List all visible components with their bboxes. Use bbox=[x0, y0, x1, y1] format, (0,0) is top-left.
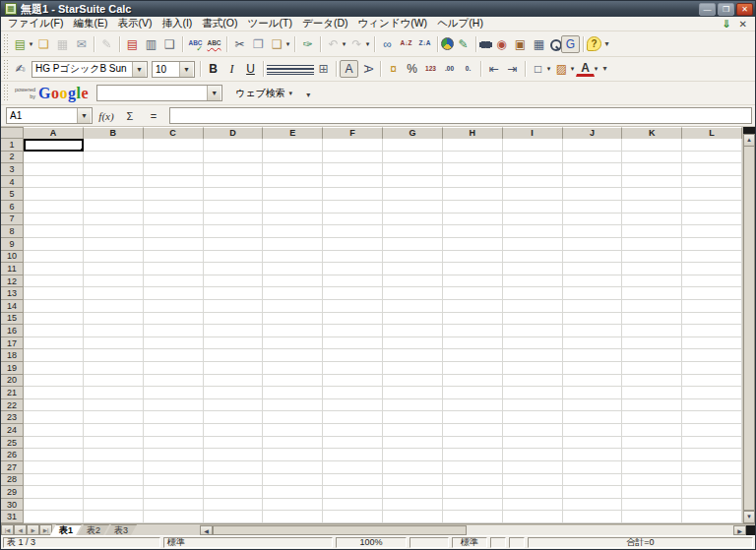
cell-G16[interactable] bbox=[383, 325, 443, 337]
cell-A27[interactable] bbox=[24, 461, 84, 474]
row-header-10[interactable]: 10 bbox=[1, 251, 24, 264]
row-header-29[interactable]: 29 bbox=[1, 486, 24, 499]
cell-L7[interactable] bbox=[682, 214, 742, 226]
row-header-21[interactable]: 21 bbox=[1, 387, 24, 399]
cell-D15[interactable] bbox=[204, 313, 264, 326]
cell-F7[interactable] bbox=[323, 214, 383, 226]
cell-A20[interactable] bbox=[24, 375, 84, 388]
cell-L12[interactable] bbox=[682, 275, 742, 288]
cell-F9[interactable] bbox=[323, 238, 383, 251]
cell-H24[interactable] bbox=[443, 424, 503, 437]
font-size-select-input[interactable] bbox=[153, 62, 179, 77]
cell-C22[interactable] bbox=[144, 399, 204, 412]
sheet-tab-sheet3[interactable]: 表3 bbox=[105, 524, 137, 535]
cell-F23[interactable] bbox=[323, 411, 383, 424]
cell-E27[interactable] bbox=[263, 461, 323, 474]
cell-B11[interactable] bbox=[84, 263, 144, 275]
online-update-icon[interactable]: ⇓ bbox=[722, 18, 730, 31]
cell-A17[interactable] bbox=[24, 337, 84, 350]
cell-J11[interactable] bbox=[563, 263, 623, 275]
cell-F21[interactable] bbox=[323, 387, 383, 399]
cell-K21[interactable] bbox=[622, 387, 682, 399]
cell-K4[interactable] bbox=[622, 176, 682, 189]
cell-H6[interactable] bbox=[443, 201, 503, 214]
row-header-23[interactable]: 23 bbox=[1, 411, 24, 424]
cell-E8[interactable] bbox=[263, 225, 323, 238]
cell-I29[interactable] bbox=[503, 486, 563, 499]
help-icon[interactable]: ? bbox=[587, 36, 601, 51]
cell-D4[interactable] bbox=[204, 176, 264, 189]
page-preview-icon[interactable]: ❑ bbox=[160, 35, 179, 53]
cell-E29[interactable] bbox=[263, 486, 323, 499]
cell-G21[interactable] bbox=[383, 387, 443, 399]
cell-A24[interactable] bbox=[24, 424, 84, 437]
cell-H20[interactable] bbox=[443, 375, 503, 388]
cell-J29[interactable] bbox=[563, 486, 623, 499]
cell-B3[interactable] bbox=[84, 163, 144, 176]
cell-C24[interactable] bbox=[144, 424, 204, 437]
cell-K17[interactable] bbox=[622, 337, 682, 350]
horizontal-scroll-track[interactable] bbox=[467, 525, 733, 535]
cell-I12[interactable] bbox=[503, 275, 563, 288]
cell-G7[interactable] bbox=[383, 214, 443, 226]
cell-L18[interactable] bbox=[682, 349, 742, 362]
cell-B5[interactable] bbox=[84, 188, 144, 201]
cell-K2[interactable] bbox=[622, 152, 682, 164]
cell-K3[interactable] bbox=[622, 163, 682, 176]
cell-J20[interactable] bbox=[563, 375, 623, 388]
cell-B29[interactable] bbox=[84, 486, 144, 499]
cell-D2[interactable] bbox=[204, 152, 264, 164]
cell-L14[interactable] bbox=[682, 300, 742, 313]
cell-I19[interactable] bbox=[503, 362, 563, 375]
cell-E7[interactable] bbox=[263, 214, 323, 226]
function-wizard-icon[interactable]: f(x) bbox=[96, 108, 116, 124]
cell-A5[interactable] bbox=[24, 188, 84, 201]
cell-E14[interactable] bbox=[263, 300, 323, 313]
status-selection-mode[interactable] bbox=[410, 537, 449, 548]
cell-L21[interactable] bbox=[682, 387, 742, 399]
cell-A16[interactable] bbox=[24, 325, 84, 337]
cell-D17[interactable] bbox=[204, 337, 264, 350]
cell-L1[interactable] bbox=[682, 139, 742, 152]
cell-C8[interactable] bbox=[144, 225, 204, 238]
cell-G6[interactable] bbox=[383, 201, 443, 214]
cell-J30[interactable] bbox=[563, 499, 623, 512]
cell-A25[interactable] bbox=[24, 437, 84, 450]
cell-C6[interactable] bbox=[144, 201, 204, 214]
copy-icon[interactable]: ❐ bbox=[249, 35, 268, 53]
toolbar-grip[interactable] bbox=[3, 33, 8, 54]
cell-E17[interactable] bbox=[263, 337, 323, 350]
cell-D5[interactable] bbox=[204, 188, 264, 201]
row-header-18[interactable]: 18 bbox=[1, 349, 24, 362]
cell-F19[interactable] bbox=[323, 362, 383, 375]
cell-J9[interactable] bbox=[563, 238, 623, 251]
cell-E15[interactable] bbox=[263, 313, 323, 326]
cell-I11[interactable] bbox=[503, 263, 563, 275]
cell-E30[interactable] bbox=[263, 499, 323, 512]
undo-icon[interactable]: ↶ bbox=[324, 35, 343, 53]
cell-F29[interactable] bbox=[323, 486, 383, 499]
cell-C14[interactable] bbox=[144, 300, 204, 313]
cell-F30[interactable] bbox=[323, 499, 383, 512]
cell-H11[interactable] bbox=[443, 263, 503, 275]
cell-L4[interactable] bbox=[682, 176, 742, 189]
save-icon[interactable]: ▦ bbox=[53, 35, 72, 53]
cell-A8[interactable] bbox=[24, 225, 84, 238]
cell-J3[interactable] bbox=[563, 163, 623, 176]
cell-L27[interactable] bbox=[682, 461, 742, 474]
cell-G13[interactable] bbox=[383, 287, 443, 300]
cell-C27[interactable] bbox=[144, 461, 204, 474]
cell-B14[interactable] bbox=[84, 300, 144, 313]
cell-C3[interactable] bbox=[144, 163, 204, 176]
cell-E4[interactable] bbox=[263, 176, 323, 189]
cell-A6[interactable] bbox=[24, 201, 84, 214]
cell-C23[interactable] bbox=[144, 411, 204, 424]
cell-K10[interactable] bbox=[622, 251, 682, 264]
cell-E22[interactable] bbox=[263, 399, 323, 412]
cell-D28[interactable] bbox=[204, 474, 264, 487]
cell-G5[interactable] bbox=[383, 188, 443, 201]
cell-D20[interactable] bbox=[204, 375, 264, 388]
cell-I15[interactable] bbox=[503, 313, 563, 326]
cell-L17[interactable] bbox=[682, 337, 742, 350]
bold-icon[interactable]: B bbox=[204, 60, 222, 78]
